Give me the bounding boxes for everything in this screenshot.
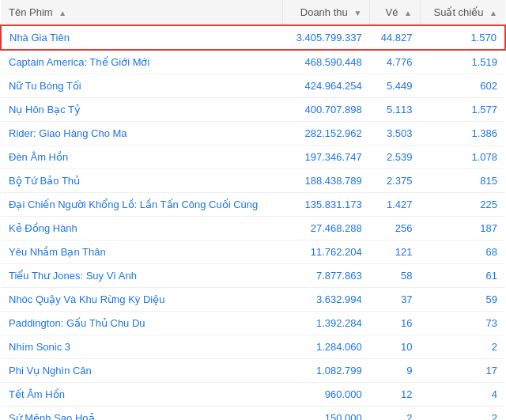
cell-revenue: 188.438.789 [283, 169, 370, 193]
cell-screenings: 61 [420, 264, 505, 288]
cell-tickets: 44.827 [370, 25, 421, 50]
cell-revenue: 3.405.799.337 [283, 25, 370, 50]
cell-title: Nhóc Quậy Và Khu Rừng Kỳ Diệu [1, 288, 283, 312]
cell-revenue: 1.392.284 [283, 312, 370, 335]
table-row[interactable]: Sứ Mệnh Sao Hoả150.00022 [1, 407, 505, 421]
col-tickets-label: Vé [385, 6, 398, 18]
cell-revenue: 7.877.863 [283, 264, 370, 288]
col-revenue-sort: ▼ [353, 9, 361, 17]
table-row[interactable]: Nhà Gia Tiên3.405.799.33744.8271.570 [1, 25, 505, 50]
cell-revenue: 11.762.204 [283, 240, 370, 264]
table-header-row: Tên Phim ▲ Doanh thu ▼ Vé ▲ Suất chiếu ▲ [1, 0, 505, 25]
cell-tickets: 12 [370, 383, 421, 407]
cell-tickets: 10 [370, 335, 421, 359]
cell-tickets: 256 [370, 217, 421, 240]
cell-revenue: 27.468.288 [283, 217, 370, 240]
cell-screenings: 2 [420, 335, 505, 359]
table-row[interactable]: Phi Vụ Nghìn Cân1.082.799917 [1, 359, 505, 383]
cell-title: Nhà Gia Tiên [1, 25, 283, 50]
cell-screenings: 59 [420, 288, 505, 312]
table-row[interactable]: Nụ Hôn Bạc Tỷ400.707.8985.1131.577 [1, 98, 505, 122]
cell-title: Tiểu Thư Jones: Suy Vì Anh [1, 264, 283, 288]
cell-revenue: 424.964.254 [283, 74, 370, 98]
cell-screenings: 1.519 [420, 50, 505, 74]
table-row[interactable]: Đại Chiến Người Khổng Lồ: Lần Tấn Công C… [1, 193, 505, 217]
cell-revenue: 400.707.898 [283, 98, 370, 122]
cell-title: Bộ Tứ Bảo Thủ [1, 169, 283, 193]
cell-tickets: 2 [370, 407, 421, 421]
cell-title: Rider: Giao Hàng Cho Ma [1, 122, 283, 146]
table-row[interactable]: Captain America: Thế Giới Mới468.590.448… [1, 50, 505, 74]
table-row[interactable]: Tiểu Thư Jones: Suy Vì Anh7.877.8635861 [1, 264, 505, 288]
cell-title: Kẻ Đồng Hành [1, 217, 283, 240]
cell-tickets: 2.375 [370, 169, 421, 193]
cell-revenue: 468.590.448 [283, 50, 370, 74]
cell-revenue: 1.082.799 [283, 359, 370, 383]
cell-screenings: 2 [420, 407, 505, 421]
cell-revenue: 197.346.747 [283, 146, 370, 169]
cell-title: Paddington: Gấu Thủ Chu Du [1, 312, 283, 335]
col-tickets-sort: ▲ [404, 9, 412, 17]
cell-screenings: 17 [420, 359, 505, 383]
cell-screenings: 815 [420, 169, 505, 193]
cell-screenings: 1.078 [420, 146, 505, 169]
table-row[interactable]: Bộ Tứ Bảo Thủ188.438.7892.375815 [1, 169, 505, 193]
table-row[interactable]: Yêu Nhầm Bạn Thân11.762.20412168 [1, 240, 505, 264]
cell-title: Phi Vụ Nghìn Cân [1, 359, 283, 383]
cell-screenings: 73 [420, 312, 505, 335]
cell-revenue: 135.831.173 [283, 193, 370, 217]
col-header-revenue[interactable]: Doanh thu ▼ [283, 0, 370, 25]
main-container: Tên Phim ▲ Doanh thu ▼ Vé ▲ Suất chiếu ▲… [0, 0, 506, 420]
col-header-title[interactable]: Tên Phim ▲ [1, 0, 283, 25]
cell-screenings: 68 [420, 240, 505, 264]
col-revenue-label: Doanh thu [300, 6, 348, 18]
cell-revenue: 960.000 [283, 383, 370, 407]
cell-revenue: 1.284.060 [283, 335, 370, 359]
col-screenings-sort: ▲ [489, 9, 497, 17]
col-screenings-label: Suất chiếu [433, 6, 483, 18]
col-header-screenings[interactable]: Suất chiếu ▲ [420, 0, 505, 25]
cell-tickets: 2.539 [370, 146, 421, 169]
cell-tickets: 4.776 [370, 50, 421, 74]
cell-screenings: 602 [420, 74, 505, 98]
table-row[interactable]: Nhím Sonic 31.284.060102 [1, 335, 505, 359]
cell-title: Nữ Tu Bóng Tối [1, 74, 283, 98]
col-header-tickets[interactable]: Vé ▲ [370, 0, 421, 25]
cell-title: Nhím Sonic 3 [1, 335, 283, 359]
table-row[interactable]: Paddington: Gấu Thủ Chu Du1.392.2841673 [1, 312, 505, 335]
table-row[interactable]: Đèn Âm Hồn197.346.7472.5391.078 [1, 146, 505, 169]
cell-title: Captain America: Thế Giới Mới [1, 50, 283, 74]
cell-tickets: 5.449 [370, 74, 421, 98]
cell-revenue: 150.000 [283, 407, 370, 421]
movies-table: Tên Phim ▲ Doanh thu ▼ Vé ▲ Suất chiếu ▲… [0, 0, 506, 420]
cell-tickets: 5.113 [370, 98, 421, 122]
cell-screenings: 1.386 [420, 122, 505, 146]
cell-screenings: 1.570 [420, 25, 505, 50]
cell-title: Yêu Nhầm Bạn Thân [1, 240, 283, 264]
cell-tickets: 16 [370, 312, 421, 335]
cell-tickets: 3.503 [370, 122, 421, 146]
cell-title: Sứ Mệnh Sao Hoả [1, 407, 283, 421]
table-row[interactable]: Tết Âm Hồn960.000124 [1, 383, 505, 407]
cell-title: Tết Âm Hồn [1, 383, 283, 407]
cell-tickets: 58 [370, 264, 421, 288]
cell-title: Nụ Hôn Bạc Tỷ [1, 98, 283, 122]
cell-screenings: 1.577 [420, 98, 505, 122]
table-row[interactable]: Rider: Giao Hàng Cho Ma282.152.9623.5031… [1, 122, 505, 146]
cell-screenings: 4 [420, 383, 505, 407]
col-title-label: Tên Phim [9, 6, 53, 18]
cell-revenue: 3.632.994 [283, 288, 370, 312]
col-title-sort: ▲ [59, 9, 66, 17]
cell-tickets: 9 [370, 359, 421, 383]
cell-tickets: 37 [370, 288, 421, 312]
table-row[interactable]: Nữ Tu Bóng Tối424.964.2545.449602 [1, 74, 505, 98]
cell-title: Đèn Âm Hồn [1, 146, 283, 169]
cell-tickets: 1.427 [370, 193, 421, 217]
cell-screenings: 187 [420, 217, 505, 240]
cell-title: Đại Chiến Người Khổng Lồ: Lần Tấn Công C… [1, 193, 283, 217]
table-row[interactable]: Nhóc Quậy Và Khu Rừng Kỳ Diệu3.632.99437… [1, 288, 505, 312]
cell-tickets: 121 [370, 240, 421, 264]
cell-screenings: 225 [420, 193, 505, 217]
cell-revenue: 282.152.962 [283, 122, 370, 146]
table-row[interactable]: Kẻ Đồng Hành27.468.288256187 [1, 217, 505, 240]
